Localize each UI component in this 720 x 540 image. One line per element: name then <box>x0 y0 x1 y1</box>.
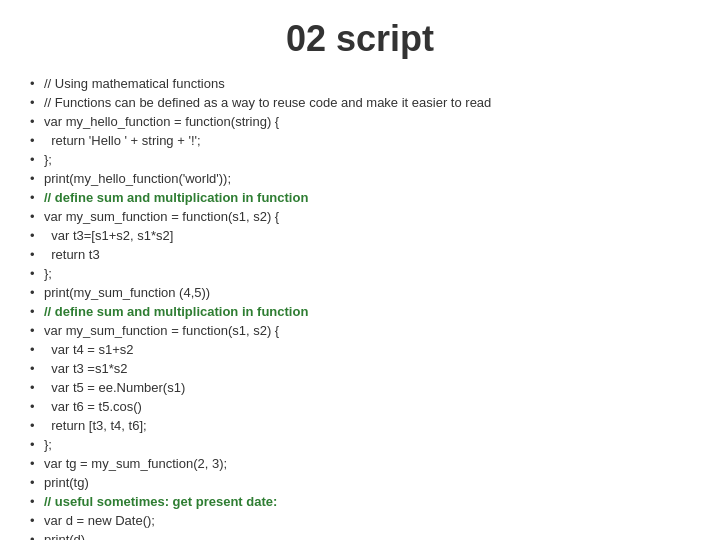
bullet-point: • <box>30 454 44 473</box>
bullet-point: • <box>30 245 44 264</box>
code-line: •var tg = my_sum_function(2, 3); <box>30 454 700 473</box>
code-line: •print(my_hello_function('world')); <box>30 169 700 188</box>
code-line: •// Using mathematical functions <box>30 74 700 93</box>
code-text: var my_hello_function = function(string)… <box>44 112 279 131</box>
code-text: return 'Hello ' + string + '!'; <box>44 131 201 150</box>
bullet-point: • <box>30 283 44 302</box>
code-line: •var d = new Date(); <box>30 511 700 530</box>
bullet-point: • <box>30 378 44 397</box>
code-text: // Functions can be defined as a way to … <box>44 93 491 112</box>
code-text: // Using mathematical functions <box>44 74 225 93</box>
bullet-point: • <box>30 112 44 131</box>
code-text: return [t3, t4, t6]; <box>44 416 147 435</box>
code-line: • return 'Hello ' + string + '!'; <box>30 131 700 150</box>
bullet-point: • <box>30 492 44 511</box>
code-line: •}; <box>30 264 700 283</box>
bullet-point: • <box>30 74 44 93</box>
bullet-point: • <box>30 131 44 150</box>
bullet-point: • <box>30 150 44 169</box>
bullet-point: • <box>30 169 44 188</box>
code-line: •print(d) <box>30 530 700 540</box>
bullet-point: • <box>30 473 44 492</box>
code-line: •// define sum and multiplication in fun… <box>30 302 700 321</box>
code-line: •var my_sum_function = function(s1, s2) … <box>30 321 700 340</box>
bullet-point: • <box>30 321 44 340</box>
code-line: •print(tg) <box>30 473 700 492</box>
bullet-point: • <box>30 530 44 540</box>
code-text: }; <box>44 264 52 283</box>
code-line: • var t5 = ee.Number(s1) <box>30 378 700 397</box>
code-text: var t5 = ee.Number(s1) <box>44 378 185 397</box>
code-text: var t4 = s1+s2 <box>44 340 134 359</box>
code-line: • var t6 = t5.cos() <box>30 397 700 416</box>
code-line: •// define sum and multiplication in fun… <box>30 188 700 207</box>
code-text: print(my_hello_function('world')); <box>44 169 231 188</box>
bullet-point: • <box>30 511 44 530</box>
code-line: • var t3=[s1+s2, s1*s2] <box>30 226 700 245</box>
code-text: return t3 <box>44 245 100 264</box>
code-text: var my_sum_function = function(s1, s2) { <box>44 207 279 226</box>
code-text: var d = new Date(); <box>44 511 155 530</box>
code-container: •// Using mathematical functions•// Func… <box>0 70 720 540</box>
bullet-point: • <box>30 340 44 359</box>
bullet-point: • <box>30 397 44 416</box>
code-text: // define sum and multiplication in func… <box>44 188 308 207</box>
code-text: var t3=[s1+s2, s1*s2] <box>44 226 173 245</box>
bullet-point: • <box>30 93 44 112</box>
code-line: • var t3 =s1*s2 <box>30 359 700 378</box>
code-text: print(my_sum_function (4,5)) <box>44 283 210 302</box>
code-line: •}; <box>30 435 700 454</box>
bullet-point: • <box>30 188 44 207</box>
code-line: •var my_sum_function = function(s1, s2) … <box>30 207 700 226</box>
bullet-point: • <box>30 416 44 435</box>
code-line: •// useful sometimes: get present date: <box>30 492 700 511</box>
bullet-point: • <box>30 264 44 283</box>
code-line: •}; <box>30 150 700 169</box>
page-title: 02 script <box>0 0 720 70</box>
bullet-point: • <box>30 226 44 245</box>
code-line: • return [t3, t4, t6]; <box>30 416 700 435</box>
code-text: // useful sometimes: get present date: <box>44 492 277 511</box>
bullet-point: • <box>30 359 44 378</box>
code-text: var tg = my_sum_function(2, 3); <box>44 454 227 473</box>
code-line: •var my_hello_function = function(string… <box>30 112 700 131</box>
code-text: }; <box>44 150 52 169</box>
bullet-point: • <box>30 207 44 226</box>
code-line: • var t4 = s1+s2 <box>30 340 700 359</box>
code-line: • return t3 <box>30 245 700 264</box>
code-text: print(d) <box>44 530 85 540</box>
code-text: var t3 =s1*s2 <box>44 359 127 378</box>
code-text: }; <box>44 435 52 454</box>
code-text: print(tg) <box>44 473 89 492</box>
code-text: var t6 = t5.cos() <box>44 397 142 416</box>
code-text: // define sum and multiplication in func… <box>44 302 308 321</box>
bullet-point: • <box>30 302 44 321</box>
code-line: •// Functions can be defined as a way to… <box>30 93 700 112</box>
code-line: •print(my_sum_function (4,5)) <box>30 283 700 302</box>
code-text: var my_sum_function = function(s1, s2) { <box>44 321 279 340</box>
bullet-point: • <box>30 435 44 454</box>
